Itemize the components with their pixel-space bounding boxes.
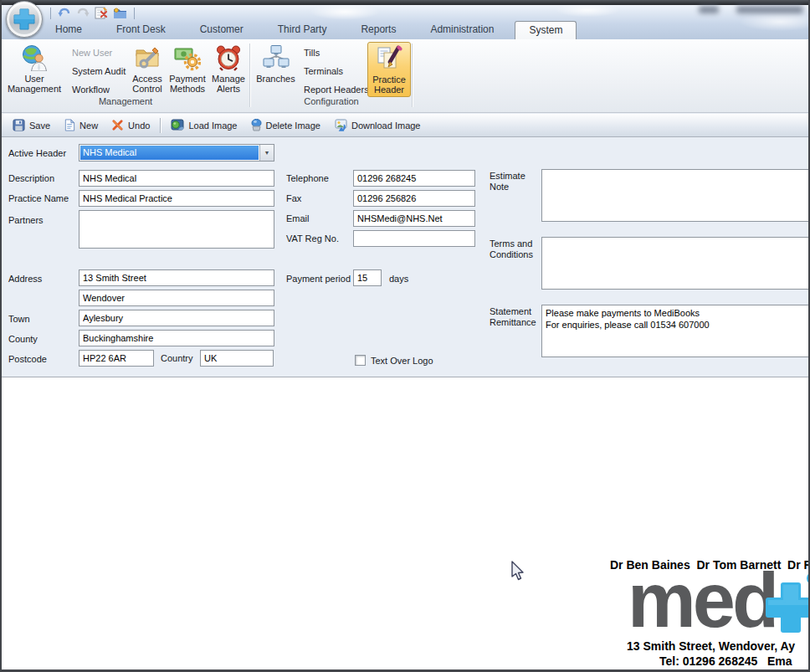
new-button[interactable]: New: [58, 116, 104, 134]
branches-icon: [263, 44, 290, 71]
tills-button[interactable]: Tills: [300, 44, 323, 61]
payment-period-days-label: days: [389, 274, 408, 285]
button-label: Load Image: [188, 121, 237, 131]
estimate-note-input[interactable]: [541, 169, 809, 222]
payment-period-label: Payment period: [286, 274, 351, 285]
tab-reports[interactable]: Reports: [347, 21, 409, 39]
partners-label: Partners: [8, 215, 44, 226]
save-button[interactable]: Save: [7, 116, 56, 134]
partners-input[interactable]: [79, 210, 274, 249]
user-management-button[interactable]: User Management: [3, 42, 65, 97]
download-image-icon: [334, 119, 347, 131]
button-label: Undo: [128, 121, 150, 131]
description-input[interactable]: [79, 170, 274, 187]
button-label: Access Control: [127, 74, 167, 94]
redo-arrow-icon[interactable]: [76, 8, 90, 19]
practice-header-form: Active Header NHS Medical ▼ Description …: [2, 137, 808, 377]
button-label: Download Image: [351, 121, 421, 131]
town-label: Town: [8, 314, 30, 325]
practice-header-button[interactable]: Practice Header: [367, 42, 411, 97]
telephone-input[interactable]: [353, 170, 475, 187]
practice-name-input[interactable]: [79, 190, 274, 207]
system-audit-button[interactable]: System Audit: [69, 63, 129, 80]
fax-input[interactable]: [353, 190, 475, 207]
tab-system[interactable]: System: [515, 21, 577, 39]
tab-third-party[interactable]: Third Party: [264, 21, 341, 39]
button-label: Save: [29, 121, 50, 131]
access-control-icon: [134, 44, 161, 71]
county-label: County: [8, 334, 38, 345]
practice-header-icon: [376, 45, 402, 72]
description-label: Description: [8, 173, 54, 184]
undo-icon: [111, 119, 124, 131]
postcode-input[interactable]: [79, 350, 154, 367]
country-input[interactable]: [200, 350, 274, 367]
address-line1-input[interactable]: [79, 269, 274, 286]
tab-home[interactable]: Home: [42, 21, 95, 39]
tab-front-desk[interactable]: Front Desk: [103, 21, 179, 39]
new-user-button: New User: [69, 44, 115, 61]
button-label: User Management: [3, 74, 65, 94]
payment-methods-button[interactable]: Payment Methods: [167, 42, 208, 97]
save-icon: [13, 119, 25, 131]
terms-conditions-input[interactable]: [541, 237, 809, 290]
statement-remittance-label: Statement Remittance: [490, 306, 541, 328]
estimate-note-label: Estimate Note: [490, 171, 538, 192]
group-separator: [412, 44, 413, 107]
delete-image-icon: [251, 119, 262, 131]
payment-period-input[interactable]: [353, 269, 382, 286]
vat-reg-input[interactable]: [353, 230, 475, 247]
logo-plus-icon: [760, 570, 810, 634]
email-label: Email: [286, 213, 310, 224]
branches-button[interactable]: Branches: [253, 42, 299, 97]
practice-name-label: Practice Name: [8, 193, 69, 204]
button-label: Payment Methods: [167, 74, 208, 94]
county-input[interactable]: [79, 330, 274, 346]
active-header-value: NHS Medical: [80, 146, 259, 160]
preview-telephone-line: Tel: 01296 268245 Ema: [659, 654, 792, 668]
tab-administration[interactable]: Administration: [417, 21, 507, 39]
tab-customer[interactable]: Customer: [187, 21, 257, 39]
terminals-button[interactable]: Terminals: [300, 63, 346, 80]
folder-icon[interactable]: [113, 8, 127, 19]
button-label: New: [79, 121, 98, 131]
workflow-button[interactable]: Workflow: [69, 81, 113, 98]
button-label: Branches: [256, 74, 295, 84]
application-menu-button[interactable]: [6, 1, 43, 38]
medical-cross-icon: [12, 7, 37, 32]
download-image-button[interactable]: Download Image: [328, 116, 427, 134]
audit-form-icon[interactable]: [95, 7, 108, 19]
active-header-dropdown[interactable]: NHS Medical ▼: [79, 144, 274, 162]
qat-separator: [134, 8, 135, 19]
active-header-label: Active Header: [8, 148, 66, 159]
load-image-icon: [171, 119, 184, 131]
vat-reg-label: VAT Reg No.: [286, 233, 339, 244]
group-separator: [249, 44, 250, 107]
undo-arrow-icon[interactable]: [58, 8, 71, 19]
ribbon-tab-bar: Home Front Desk Customer Third Party Rep…: [42, 21, 577, 39]
access-control-button[interactable]: Access Control: [127, 42, 167, 97]
text-over-logo-checkbox[interactable]: [355, 355, 366, 366]
address-line2-input[interactable]: [79, 290, 274, 306]
email-input[interactable]: [353, 210, 475, 227]
report-headers-button[interactable]: Report Headers: [300, 81, 372, 98]
application-window: Home Front Desk Customer Third Party Rep…: [0, 0, 810, 672]
load-image-button[interactable]: Load Image: [165, 116, 243, 134]
undo-button[interactable]: Undo: [105, 116, 156, 134]
ribbon-system: User Management New User System Audit Wo…: [2, 39, 808, 113]
town-input[interactable]: [79, 310, 274, 326]
button-label: Manage Alerts: [208, 74, 249, 94]
button-label: Practice Header: [368, 74, 410, 95]
delete-image-button[interactable]: Delete Image: [245, 116, 326, 134]
qat-separator: [50, 8, 51, 19]
statement-remittance-input[interactable]: Please make payments to MediBooks For en…: [541, 305, 809, 357]
logo-text: med: [628, 557, 776, 643]
manage-alerts-icon: [215, 44, 242, 71]
country-label: Country: [161, 353, 193, 364]
manage-alerts-button[interactable]: Manage Alerts: [208, 42, 249, 97]
new-icon: [64, 119, 75, 131]
group-label-configuration: Configuration: [251, 96, 412, 106]
header-preview-pane: Dr Ben Baines Dr Tom Barnett Dr Russe me…: [2, 377, 808, 670]
chevron-down-icon[interactable]: ▼: [259, 145, 274, 161]
practice-logo: med: [628, 567, 776, 634]
